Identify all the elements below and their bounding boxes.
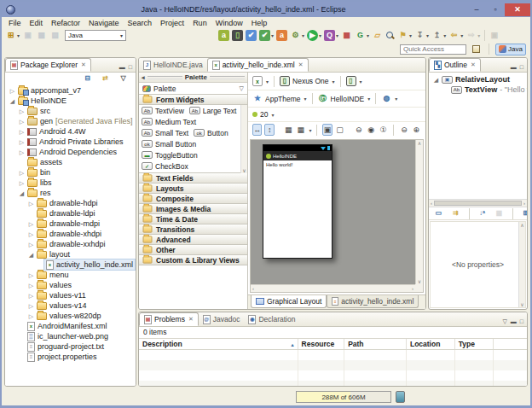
tab-package-explorer[interactable]: ▤ Package Explorer ✕: [5, 58, 91, 72]
menu-refactor[interactable]: Refactor: [47, 19, 84, 27]
column-header-location[interactable]: Location: [407, 339, 455, 349]
zoom-100-icon[interactable]: ①: [379, 124, 388, 136]
palette-widget-large-text[interactable]: AbLarge Text: [189, 107, 237, 115]
tree-item-values[interactable]: ▷values: [5, 280, 136, 290]
collapse-palette-icon[interactable]: ◂: [142, 74, 145, 81]
open-perspective-button[interactable]: [470, 44, 483, 55]
preview-content[interactable]: Hello world!: [263, 160, 332, 258]
debug-icon[interactable]: ⚙▾: [289, 29, 305, 42]
tab-javadoc[interactable]: @Javadoc: [199, 312, 245, 326]
tree-item-bin[interactable]: ▷bin: [5, 167, 136, 178]
twisty-icon[interactable]: ▷: [18, 129, 26, 135]
new-wizard-icon[interactable]: ⊞▾: [4, 29, 20, 42]
minimize-view-icon[interactable]: ▬: [511, 318, 517, 324]
config-chooser-icon[interactable]: x: [252, 76, 263, 86]
twisty-icon[interactable]: ▷: [27, 201, 35, 207]
twisty-icon[interactable]: ▷: [18, 108, 26, 114]
dropdown-arrow-icon[interactable]: ▾: [426, 32, 429, 38]
minimize-view-icon[interactable]: ▬: [119, 64, 125, 70]
twisty-icon[interactable]: ▷: [27, 303, 35, 309]
column-header-path[interactable]: Path: [344, 339, 407, 349]
dropdown-arrow-icon[interactable]: ▾: [302, 32, 304, 38]
dropdown-arrow-icon[interactable]: ▾: [477, 32, 480, 38]
twisty-icon[interactable]: ▷: [18, 139, 26, 145]
palette-widget-togglebutton[interactable]: ▬ToggleButton: [142, 151, 198, 160]
device-selector[interactable]: Nexus One: [292, 77, 329, 85]
twisty-icon[interactable]: ▷: [9, 88, 16, 94]
fit-width-icon[interactable]: ↔: [252, 124, 262, 136]
column-header-type[interactable]: Type: [455, 339, 494, 349]
api-level-selector[interactable]: 20: [260, 110, 268, 119]
zoom-selection-icon[interactable]: ▣: [322, 124, 332, 136]
outline-horizontal-scrollbar[interactable]: ‹›: [429, 199, 527, 207]
twisty-icon[interactable]: ▷: [27, 313, 35, 319]
twisty-icon[interactable]: ▷: [18, 149, 26, 155]
dropdown-arrow-icon[interactable]: ▾: [409, 32, 412, 38]
android-sdk-manager-icon[interactable]: a: [217, 29, 230, 42]
bottom-tab-activity-hello-inde-xml[interactable]: ≡activity_hello_inde.xml: [327, 295, 419, 308]
dropdown-arrow-icon[interactable]: ▾: [304, 96, 307, 102]
close-icon[interactable]: ✕: [188, 316, 194, 323]
twisty-icon[interactable]: ◢: [432, 77, 440, 83]
dropdown-arrow-icon[interactable]: ▾: [17, 32, 20, 38]
editor-tab-helloinde-java[interactable]: JHelloINDE.java: [139, 58, 207, 72]
java-perspective-button[interactable]: Java: [495, 44, 526, 55]
expand-all-icon[interactable]: ⊞: [519, 207, 528, 220]
dropdown-arrow-icon[interactable]: ▾: [271, 112, 274, 118]
menu-file[interactable]: File: [4, 19, 26, 27]
palette-widget-checkbox[interactable]: ✓CheckBox: [142, 162, 188, 171]
run-icon[interactable]: ▶▾: [306, 29, 322, 42]
tab-outline[interactable]: ▚ Outline ✕: [429, 58, 481, 72]
palette-widget-small-text[interactable]: AbSmall Text: [142, 129, 188, 137]
tree-item-drawable-ldpi[interactable]: drawable-ldpi: [5, 208, 136, 219]
dropdown-arrow-icon[interactable]: ▾: [266, 79, 269, 85]
tree-item-menu[interactable]: ▷menu: [5, 270, 136, 280]
zoom-fit-icon[interactable]: ◉: [366, 124, 375, 136]
close-icon[interactable]: ✕: [298, 61, 304, 68]
dropdown-arrow-icon[interactable]: ▾: [271, 32, 274, 38]
canvas-surface[interactable]: HelloINDE Hello world!: [251, 140, 415, 284]
new-android-project-icon[interactable]: a: [275, 29, 288, 42]
dropdown-arrow-icon[interactable]: ▾: [367, 96, 370, 102]
editor-tab-activity-hello-inde-xml[interactable]: xactivity_hello_inde.xml✕: [207, 58, 309, 72]
maximize-button[interactable]: ▫: [486, 3, 505, 16]
minimize-view-icon[interactable]: ▬: [511, 64, 517, 70]
tree-item-helloinde[interactable]: ◢HelloINDE: [5, 96, 136, 106]
tree-item-android-private-libraries[interactable]: ▷Android Private Libraries: [5, 137, 136, 147]
activity-selector[interactable]: HelloINDE: [331, 95, 365, 103]
twisty-icon[interactable]: ▷: [18, 180, 26, 186]
outline-node-textview[interactable]: AbTextView- "Hello w: [429, 85, 527, 95]
tree-item-values-v14[interactable]: ▷values-v14: [5, 300, 136, 311]
menu-window[interactable]: Window: [211, 19, 247, 27]
tree-item-activity-hello-inde-xml[interactable]: xactivity_hello_inde.xml: [5, 259, 136, 270]
run-tests-icon[interactable]: ✔▾: [258, 29, 275, 42]
open-folder-icon[interactable]: ▱: [371, 29, 384, 42]
dropdown-arrow-icon[interactable]: ▾: [395, 96, 397, 102]
palette-widget-textview[interactable]: AbTextView: [142, 107, 184, 115]
canvas-vertical-scrollbar[interactable]: ∧∨: [415, 140, 423, 284]
tree-item-values-w820dp[interactable]: ▷values-w820dp: [5, 311, 136, 321]
twisty-icon[interactable]: ◢: [27, 252, 35, 258]
tree-item-proguard-project-txt[interactable]: ≡proguard-project.txt: [5, 341, 136, 352]
view-as-table-icon[interactable]: ▭: [432, 207, 445, 220]
link-with-editor-icon[interactable]: ⇄: [99, 73, 112, 85]
device-preview[interactable]: HelloINDE Hello world!: [263, 144, 332, 259]
tree-item-libs[interactable]: ▷libs: [5, 178, 136, 188]
palette-section-form-widgets[interactable]: Form Widgets: [139, 94, 247, 105]
outline-node-relativelayout[interactable]: ◢▣RelativeLayout: [429, 74, 527, 85]
dropdown-arrow-icon[interactable]: ▾: [367, 32, 369, 38]
tree-item-android-dependencies[interactable]: ▷Android Dependencies: [5, 147, 136, 157]
menu-run[interactable]: Run: [188, 19, 211, 27]
palette-menu-icon[interactable]: ▽: [240, 85, 244, 92]
run-history-icon[interactable]: Q▾: [323, 29, 339, 42]
menu-help[interactable]: Help: [247, 19, 272, 27]
view-menu-icon[interactable]: ▽: [117, 73, 130, 85]
tree-item-drawable-mdpi[interactable]: ▷drawable-mdpi: [5, 219, 136, 229]
column-header-description[interactable]: Description▴: [139, 339, 298, 349]
perspective-combo[interactable]: Java ▾: [65, 30, 126, 41]
maximize-view-icon[interactable]: □: [520, 318, 523, 324]
dropdown-arrow-icon[interactable]: ▾: [309, 127, 311, 133]
palette-widget-small-button[interactable]: okSmall Button: [142, 140, 196, 149]
previous-annotation-icon[interactable]: ↥▾: [431, 29, 447, 42]
menu-edit[interactable]: Edit: [26, 19, 48, 27]
